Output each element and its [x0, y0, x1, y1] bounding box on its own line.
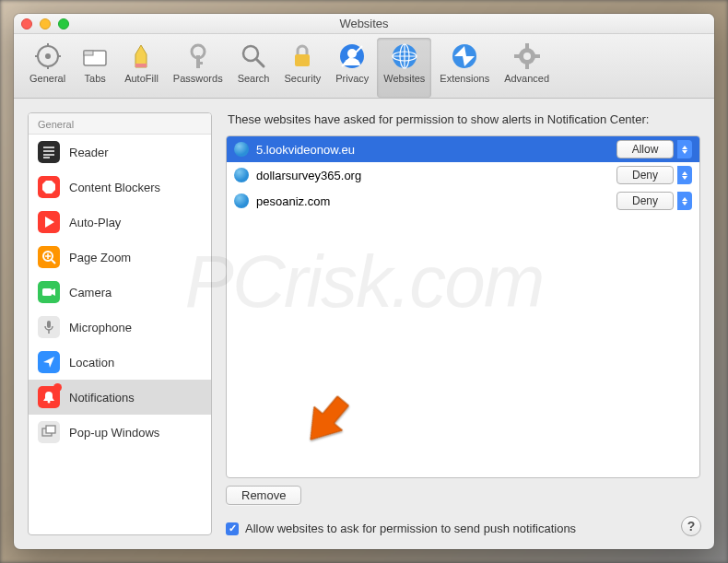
- sidebar-item-label: Reader: [69, 146, 109, 159]
- website-row[interactable]: pesoaniz.comDeny: [227, 188, 699, 214]
- svg-marker-44: [43, 357, 54, 368]
- svg-rect-14: [295, 54, 310, 66]
- toolbar: GeneralTabsAutoFillPasswordsSearchSecuri…: [14, 34, 714, 99]
- svg-line-13: [256, 59, 264, 66]
- toolbar-autofill[interactable]: AutoFill: [118, 38, 165, 98]
- notification-badge: [53, 383, 62, 392]
- svg-rect-26: [525, 43, 529, 49]
- website-row[interactable]: 5.lookvideonow.euAllow: [227, 136, 699, 162]
- sidebar-item-location[interactable]: Location: [29, 345, 211, 380]
- content-pane: These websites have asked for permission…: [226, 112, 700, 535]
- camera-icon: [38, 281, 60, 303]
- toolbar-label: Security: [284, 73, 321, 84]
- help-button[interactable]: ?: [681, 516, 701, 536]
- sidebar-item-label: Microphone: [69, 321, 132, 334]
- sidebar-item-label: Content Blockers: [69, 181, 160, 194]
- toolbar-security[interactable]: Security: [277, 38, 327, 98]
- svg-point-45: [48, 401, 51, 404]
- auto-play-icon: [38, 211, 60, 233]
- toolbar-label: Search: [238, 73, 270, 84]
- websites-icon: [390, 41, 419, 71]
- microphone-icon: [38, 316, 60, 338]
- sidebar: General ReaderContent BlockersAuto-PlayP…: [28, 112, 212, 535]
- extensions-icon: [450, 41, 479, 71]
- reader-icon: [38, 141, 60, 163]
- svg-point-5: [45, 53, 51, 59]
- sidebar-header: General: [29, 113, 211, 135]
- tabs-icon: [80, 41, 110, 71]
- toolbar-label: Passwords: [173, 73, 223, 84]
- website-icon: [234, 142, 249, 157]
- privacy-icon: [337, 41, 367, 71]
- general-icon: [33, 41, 63, 71]
- toolbar-label: Extensions: [440, 73, 489, 84]
- sidebar-item-microphone[interactable]: Microphone: [29, 310, 211, 345]
- select-arrows-icon[interactable]: [677, 140, 692, 158]
- permission-select[interactable]: Deny: [616, 166, 674, 184]
- svg-marker-34: [42, 181, 55, 194]
- passwords-icon: [183, 41, 213, 71]
- sidebar-item-content-blockers[interactable]: Content Blockers: [29, 170, 211, 205]
- svg-rect-27: [525, 64, 529, 69]
- sidebar-item-label: Pop-up Windows: [69, 426, 159, 440]
- window-title: Websites: [14, 17, 714, 30]
- allow-ask-row: Allow websites to ask for permission to …: [226, 522, 700, 535]
- select-arrows-icon[interactable]: [677, 192, 692, 210]
- allow-ask-label: Allow websites to ask for permission to …: [245, 522, 576, 535]
- sidebar-item-label: Auto-Play: [69, 216, 121, 229]
- svg-rect-11: [196, 62, 203, 65]
- toolbar-advanced[interactable]: Advanced: [498, 38, 556, 98]
- website-icon: [234, 194, 249, 208]
- sidebar-item-notifications[interactable]: Notifications: [29, 380, 211, 415]
- toolbar-label: Websites: [383, 73, 425, 84]
- sidebar-item-label: Notifications: [69, 391, 135, 405]
- titlebar: Websites: [14, 14, 714, 34]
- remove-button[interactable]: Remove: [226, 486, 301, 505]
- svg-marker-41: [52, 288, 55, 296]
- toolbar-privacy[interactable]: Privacy: [329, 38, 375, 98]
- website-list: 5.lookvideonow.euAllowdollarsurvey365.or…: [226, 135, 700, 478]
- autofill-icon: [126, 41, 156, 71]
- select-arrows-icon[interactable]: [677, 166, 692, 184]
- toolbar-general[interactable]: General: [23, 38, 72, 98]
- toolbar-websites[interactable]: Websites: [377, 38, 431, 98]
- website-domain: pesoaniz.com: [256, 194, 609, 208]
- website-row[interactable]: dollarsurvey365.orgDeny: [227, 162, 699, 188]
- toolbar-label: Advanced: [504, 73, 549, 84]
- sidebar-item-popup-windows[interactable]: Pop-up Windows: [29, 415, 211, 450]
- svg-rect-40: [42, 288, 52, 296]
- website-icon: [234, 168, 249, 182]
- toolbar-passwords[interactable]: Passwords: [167, 38, 229, 98]
- sidebar-item-label: Location: [69, 356, 114, 369]
- allow-ask-checkbox[interactable]: [226, 522, 239, 535]
- toolbar-search[interactable]: Search: [231, 38, 276, 98]
- permission-select[interactable]: Allow: [616, 140, 674, 158]
- svg-line-37: [52, 260, 55, 264]
- content-blockers-icon: [38, 176, 60, 198]
- location-icon: [38, 351, 60, 373]
- security-icon: [288, 41, 317, 71]
- page-zoom-icon: [38, 246, 60, 268]
- svg-rect-42: [47, 321, 51, 328]
- toolbar-label: Tabs: [85, 73, 106, 84]
- search-icon: [239, 41, 268, 71]
- svg-rect-47: [46, 426, 55, 433]
- svg-marker-35: [45, 217, 54, 228]
- sidebar-item-auto-play[interactable]: Auto-Play: [29, 205, 211, 240]
- popup-windows-icon: [38, 421, 60, 443]
- svg-rect-28: [514, 54, 520, 58]
- sidebar-item-page-zoom[interactable]: Page Zoom: [29, 240, 211, 275]
- toolbar-extensions[interactable]: Extensions: [433, 38, 496, 98]
- sidebar-item-reader[interactable]: Reader: [29, 135, 211, 170]
- toolbar-label: AutoFill: [124, 73, 159, 84]
- preferences-window: Websites GeneralTabsAutoFillPasswordsSea…: [14, 14, 714, 549]
- advanced-icon: [512, 41, 542, 71]
- toolbar-tabs[interactable]: Tabs: [74, 38, 116, 98]
- sidebar-item-camera[interactable]: Camera: [29, 275, 211, 310]
- svg-rect-8: [135, 64, 147, 67]
- toolbar-label: General: [29, 73, 65, 84]
- permission-select[interactable]: Deny: [616, 192, 674, 210]
- svg-rect-7: [84, 51, 93, 55]
- svg-rect-29: [534, 54, 540, 58]
- content-description: These websites have asked for permission…: [226, 112, 700, 126]
